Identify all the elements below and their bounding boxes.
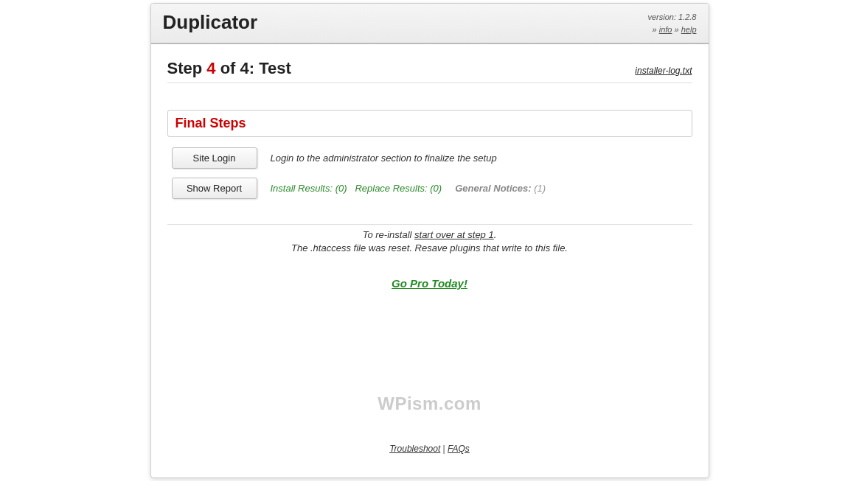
footer-sep: | bbox=[440, 444, 448, 454]
show-report-row: Show Report Install Results: (0) Replace… bbox=[167, 178, 692, 199]
step-current-number: 4 bbox=[206, 59, 215, 77]
gopro-section: Go Pro Today! bbox=[167, 277, 692, 290]
go-pro-link[interactable]: Go Pro Today! bbox=[392, 277, 467, 290]
header-sep1: » bbox=[653, 25, 659, 34]
info-link[interactable]: info bbox=[659, 25, 672, 34]
site-login-button[interactable]: Site Login bbox=[172, 147, 257, 169]
show-report-button[interactable]: Show Report bbox=[172, 178, 257, 199]
faqs-link[interactable]: FAQs bbox=[448, 444, 470, 454]
step-title: Step 4 of 4: Test bbox=[167, 59, 291, 78]
reinstall-line: To re-install start over at step 1. bbox=[167, 229, 692, 240]
footer-links: Troubleshoot | FAQs bbox=[167, 444, 692, 470]
installer-window: Duplicator version: 1.2.8 » info » help … bbox=[150, 3, 709, 478]
report-stats: Install Results: (0) Replace Results: (0… bbox=[271, 183, 546, 194]
final-steps-title: Final Steps bbox=[175, 116, 684, 131]
installer-log-link[interactable]: installer-log.txt bbox=[635, 66, 692, 76]
help-link[interactable]: help bbox=[681, 25, 697, 34]
start-over-link[interactable]: start over at step 1 bbox=[414, 229, 494, 240]
watermark-text: WPism.com bbox=[167, 393, 692, 414]
header-sep2: » bbox=[672, 25, 681, 34]
version-label: version: 1.2.8 bbox=[647, 13, 696, 21]
replace-results: Replace Results: (0) bbox=[355, 183, 442, 194]
site-login-desc: Login to the administrator section to fi… bbox=[271, 153, 497, 164]
install-results: Install Results: (0) bbox=[271, 183, 347, 194]
htaccess-note: The .htaccess file was reset. Resave plu… bbox=[167, 242, 692, 253]
reinstall-suffix: . bbox=[494, 229, 497, 240]
final-steps-panel: Final Steps bbox=[167, 110, 692, 137]
header-meta: version: 1.2.8 » info » help bbox=[647, 11, 696, 35]
content-area: Step 4 of 4: Test installer-log.txt Fina… bbox=[151, 44, 709, 477]
general-notices-label: General Notices: bbox=[455, 183, 531, 194]
notes-section: To re-install start over at step 1. The … bbox=[167, 224, 692, 253]
step-header-row: Step 4 of 4: Test installer-log.txt bbox=[167, 59, 692, 83]
reinstall-prefix: To re-install bbox=[363, 229, 414, 240]
site-login-row: Site Login Login to the administrator se… bbox=[167, 147, 692, 169]
header-bar: Duplicator version: 1.2.8 » info » help bbox=[151, 4, 709, 44]
step-prefix: Step bbox=[167, 59, 207, 77]
app-title: Duplicator bbox=[163, 11, 258, 34]
step-of: of 4: bbox=[216, 59, 260, 77]
troubleshoot-link[interactable]: Troubleshoot bbox=[389, 444, 440, 454]
step-name: Test bbox=[259, 59, 291, 77]
general-notices-count: (1) bbox=[532, 183, 546, 194]
